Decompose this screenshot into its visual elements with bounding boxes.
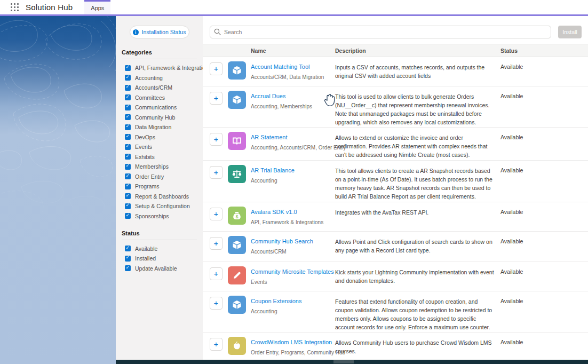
install-button[interactable]: Install <box>558 26 582 38</box>
filter-label: Order Entry <box>135 173 164 180</box>
app-name-link[interactable]: Community Microsite Templates <box>251 268 335 275</box>
tab-apps[interactable]: Apps <box>84 0 110 14</box>
app-description: This tool allows clients to create a AR … <box>335 166 495 201</box>
app-name-link[interactable]: Coupon Extensions <box>251 298 335 304</box>
table-header: Name Description Status <box>203 44 588 57</box>
filter-checkbox-item[interactable]: DevOps <box>125 134 197 140</box>
add-app-button[interactable]: + <box>210 297 223 310</box>
filter-label: Events <box>135 144 152 150</box>
app-name-link[interactable]: CrowdWisdom LMS Integration <box>251 339 335 345</box>
app-status: Available <box>500 62 523 70</box>
filter-checkbox-item[interactable]: Sponsorships <box>125 213 197 219</box>
filter-checkbox-item[interactable]: Events <box>125 144 197 150</box>
checkbox-checked-icon[interactable] <box>125 134 131 140</box>
app-categories: Accounts/CRM, Data Migration <box>251 74 335 80</box>
main-panel: Install Name Description Status + Accoun… <box>203 16 588 364</box>
money-bag-icon: $ <box>228 207 246 225</box>
checkbox-checked-icon[interactable] <box>125 75 131 81</box>
filter-checkbox-item[interactable]: Setup & Configuration <box>125 203 197 209</box>
checkbox-checked-icon[interactable] <box>125 193 131 199</box>
checkbox-checked-icon[interactable] <box>125 65 131 71</box>
search-input[interactable] <box>210 26 551 38</box>
checkbox-checked-icon[interactable] <box>125 154 131 160</box>
filter-checkbox-item[interactable]: Report & Dashboards <box>125 193 197 200</box>
filter-checkbox-item[interactable]: Update Available <box>125 265 197 272</box>
checkbox-checked-icon[interactable] <box>125 94 131 100</box>
filter-label: Data Migration <box>135 124 171 130</box>
svg-text:$: $ <box>236 213 239 219</box>
app-status: Available <box>500 338 523 345</box>
app-categories: Accounting, Memberships <box>251 104 335 109</box>
checkbox-checked-icon[interactable] <box>125 203 131 209</box>
filter-checkbox-item[interactable]: Community Hub <box>125 114 197 121</box>
solution-hub-window: Solution Hub Apps i <box>0 0 588 364</box>
filter-label: Communications <box>135 104 177 110</box>
app-name-link[interactable]: Accrual Dues <box>251 93 335 99</box>
checkbox-checked-icon[interactable] <box>125 124 131 130</box>
checkbox-checked-icon[interactable] <box>125 184 131 189</box>
filter-checkbox-item[interactable]: Committees <box>125 94 197 101</box>
filter-checkbox-item[interactable]: Accounting <box>125 75 197 81</box>
checkbox-checked-icon[interactable] <box>125 256 131 262</box>
add-app-button[interactable]: + <box>210 267 223 280</box>
filter-checkbox-item[interactable]: Programs <box>125 183 197 189</box>
header-accent-rule <box>0 14 588 16</box>
status-heading: Status <box>122 230 197 240</box>
column-header-status: Status <box>500 48 518 54</box>
checkbox-checked-icon[interactable] <box>125 105 131 110</box>
filter-checkbox-item[interactable]: Memberships <box>125 163 197 170</box>
app-launcher-icon[interactable] <box>11 3 19 11</box>
checkbox-checked-icon[interactable] <box>125 213 131 219</box>
add-app-button[interactable]: + <box>210 166 223 179</box>
app-name-link[interactable]: AR Statement <box>251 134 335 140</box>
app-status: Available <box>500 208 523 215</box>
checkbox-checked-icon[interactable] <box>125 114 131 120</box>
add-app-button[interactable]: + <box>210 208 223 220</box>
table-row: + AR Statement Accounting, Accounts/CRM,… <box>203 128 588 161</box>
scrollbar-thumb[interactable] <box>333 360 354 363</box>
filter-checkbox-item[interactable]: Communications <box>125 104 197 110</box>
filter-checkbox-item[interactable]: API, Framework & Integrations <box>125 65 197 71</box>
app-name-link[interactable]: Community Hub Search <box>251 238 335 244</box>
info-icon: i <box>133 29 139 35</box>
add-app-button[interactable]: + <box>210 338 223 351</box>
filter-checkbox-item[interactable]: Accounts/CRM <box>125 84 197 91</box>
horizontal-scrollbar[interactable] <box>116 360 588 364</box>
app-name-cell: Account Matching Tool Accounts/CRM, Data… <box>251 62 335 80</box>
filter-sidebar: i Installation Status Categories API, Fr… <box>116 16 203 360</box>
app-name-link[interactable]: Account Matching Tool <box>251 64 335 70</box>
checkbox-checked-icon[interactable] <box>125 85 131 91</box>
app-categories: API, Framework & Integrations <box>251 219 335 225</box>
categories-filter-list: API, Framework & Integrations Accounting… <box>122 65 197 219</box>
checkbox-checked-icon[interactable] <box>125 246 131 251</box>
checkbox-checked-icon[interactable] <box>125 173 131 179</box>
add-app-button[interactable]: + <box>210 237 223 250</box>
filter-checkbox-item[interactable]: Available <box>125 246 197 252</box>
cube-icon <box>228 61 246 80</box>
search-icon <box>214 28 221 35</box>
app-table-body: + Account Matching Tool Accounts/CRM, Da… <box>203 57 588 363</box>
filter-checkbox-item[interactable]: Exhibits <box>125 154 197 160</box>
background-banner <box>0 16 116 364</box>
installation-status-button[interactable]: i Installation Status <box>130 26 189 38</box>
filter-checkbox-item[interactable]: Installed <box>125 255 197 262</box>
apple-icon <box>228 337 246 355</box>
categories-heading: Categories <box>122 49 197 59</box>
filter-label: DevOps <box>135 134 155 140</box>
checkbox-checked-icon[interactable] <box>125 144 131 150</box>
app-categories: Order Entry, Programs, Community Hub <box>251 350 335 355</box>
add-app-button[interactable]: + <box>210 92 223 105</box>
add-app-button[interactable]: + <box>210 62 223 75</box>
filter-label: Setup & Configuration <box>135 203 190 209</box>
filter-checkbox-item[interactable]: Data Migration <box>125 124 197 130</box>
checkbox-checked-icon[interactable] <box>125 164 131 170</box>
status-filter-list: Available Installed Update Available <box>122 246 197 272</box>
app-status: Available <box>500 133 523 140</box>
app-name-link[interactable]: Avalara SDK v1.0 <box>251 209 335 215</box>
app-categories: Accounts/CRM <box>251 249 335 255</box>
app-name-link[interactable]: AR Trial Balance <box>251 167 335 173</box>
add-app-button[interactable]: + <box>210 133 223 146</box>
app-categories: Accounting, Accounts/CRM, Order Entry <box>251 145 335 151</box>
checkbox-checked-icon[interactable] <box>125 265 131 271</box>
filter-checkbox-item[interactable]: Order Entry <box>125 173 197 180</box>
